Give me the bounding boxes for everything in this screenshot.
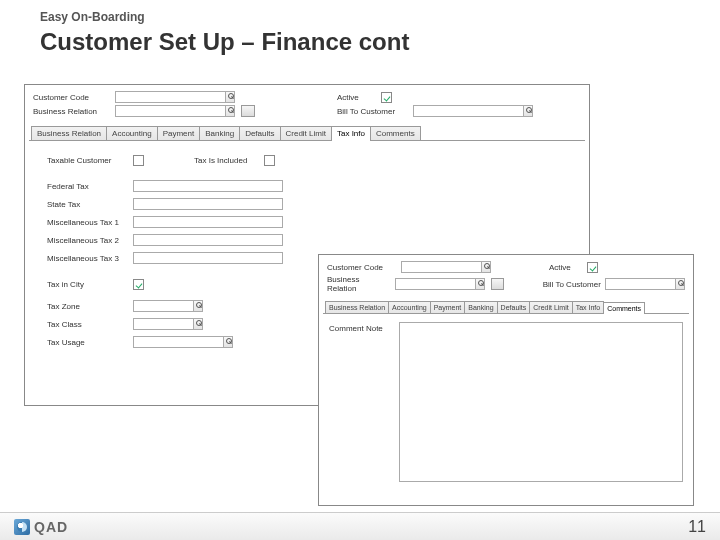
tab-accounting[interactable]: Accounting	[388, 301, 431, 313]
label-federal-tax: Federal Tax	[37, 182, 133, 191]
misc-tax-2-field[interactable]	[133, 234, 283, 246]
comment-note-textarea[interactable]	[399, 322, 683, 482]
qad-logo-icon	[14, 519, 30, 535]
customer-code-input[interactable]	[116, 92, 225, 102]
label-tax-is-included: Tax Is Included	[184, 156, 264, 165]
bill-to-customer-field[interactable]	[605, 278, 685, 290]
tab-business-relation[interactable]: Business Relation	[325, 301, 389, 313]
tax-class-input[interactable]	[134, 319, 193, 329]
label-tax-usage: Tax Usage	[37, 338, 133, 347]
bill-to-customer-input[interactable]	[606, 279, 675, 289]
business-relation-field[interactable]	[395, 278, 485, 290]
business-relation-goto-button[interactable]	[491, 278, 504, 290]
label-misc-tax-1: Miscellaneous Tax 1	[37, 218, 133, 227]
state-tax-field[interactable]	[133, 198, 283, 210]
tab-banking[interactable]: Banking	[199, 126, 240, 140]
tax-class-field[interactable]	[133, 318, 203, 330]
tab-business-relation[interactable]: Business Relation	[31, 126, 107, 140]
federal-tax-field[interactable]	[133, 180, 283, 192]
tab-credit-limit[interactable]: Credit Limit	[280, 126, 332, 140]
customer-window-comments: Customer Code Active Business Relation B…	[318, 254, 694, 506]
label-misc-tax-2: Miscellaneous Tax 2	[37, 236, 133, 245]
qad-logo: QAD	[14, 519, 68, 535]
tab-credit-limit[interactable]: Credit Limit	[529, 301, 572, 313]
misc-tax-3-input[interactable]	[134, 253, 282, 263]
tabbar-comments: Business Relation Accounting Payment Ban…	[323, 301, 689, 314]
label-customer-code: Customer Code	[327, 263, 397, 272]
tab-payment[interactable]: Payment	[157, 126, 201, 140]
tax-usage-input[interactable]	[134, 337, 223, 347]
label-comment-note: Comment Note	[329, 322, 399, 333]
business-relation-input[interactable]	[116, 106, 225, 116]
lookup-icon[interactable]	[223, 337, 232, 347]
label-customer-code: Customer Code	[33, 93, 111, 102]
state-tax-input[interactable]	[134, 199, 282, 209]
tax-in-city-checkbox[interactable]	[133, 279, 144, 290]
row-state-tax: State Tax	[37, 195, 577, 213]
tax-zone-field[interactable]	[133, 300, 203, 312]
active-checkbox[interactable]	[381, 92, 392, 103]
lookup-icon[interactable]	[675, 279, 684, 289]
taxable-customer-checkbox[interactable]	[133, 155, 144, 166]
lookup-icon[interactable]	[225, 106, 234, 116]
misc-tax-3-field[interactable]	[133, 252, 283, 264]
header-row-1: Customer Code Active	[25, 85, 589, 105]
lookup-icon[interactable]	[193, 301, 202, 311]
business-relation-input[interactable]	[396, 279, 475, 289]
federal-tax-input[interactable]	[134, 181, 282, 191]
tax-is-included-checkbox[interactable]	[264, 155, 275, 166]
customer-code-field[interactable]	[115, 91, 235, 103]
misc-tax-1-field[interactable]	[133, 216, 283, 228]
customer-code-input[interactable]	[402, 262, 481, 272]
label-tax-class: Tax Class	[37, 320, 133, 329]
row-federal-tax: Federal Tax	[37, 177, 577, 195]
tab-comments[interactable]: Comments	[603, 302, 645, 314]
misc-tax-1-input[interactable]	[134, 217, 282, 227]
tab-payment[interactable]: Payment	[430, 301, 466, 313]
tax-zone-input[interactable]	[134, 301, 193, 311]
label-state-tax: State Tax	[37, 200, 133, 209]
lookup-icon[interactable]	[225, 92, 234, 102]
label-business-relation: Business Relation	[33, 107, 111, 116]
label-business-relation: Business Relation	[327, 275, 391, 293]
slide-header: Easy On-Boarding	[0, 0, 720, 26]
row-misc-tax-2: Miscellaneous Tax 2	[37, 231, 577, 249]
tabbar-taxinfo: Business Relation Accounting Payment Ban…	[29, 125, 585, 141]
label-tax-zone: Tax Zone	[37, 302, 133, 311]
label-taxable-customer: Taxable Customer	[37, 156, 133, 165]
header-row-2: Business Relation Bill To Customer	[319, 275, 693, 295]
tax-usage-field[interactable]	[133, 336, 233, 348]
lookup-icon[interactable]	[523, 106, 532, 116]
misc-tax-2-input[interactable]	[134, 235, 282, 245]
tab-banking[interactable]: Banking	[464, 301, 497, 313]
slide-title: Customer Set Up – Finance cont	[0, 26, 720, 66]
slide-footer: QAD 11	[0, 512, 720, 540]
qad-logo-text: QAD	[34, 519, 68, 535]
tab-accounting[interactable]: Accounting	[106, 126, 158, 140]
business-relation-goto-button[interactable]	[241, 105, 255, 117]
label-active: Active	[549, 263, 583, 272]
page-number: 11	[688, 518, 706, 536]
label-bill-to-customer: Bill To Customer	[337, 107, 409, 116]
header-row-2: Business Relation Bill To Customer	[25, 105, 589, 119]
tab-defaults[interactable]: Defaults	[239, 126, 280, 140]
tab-comments[interactable]: Comments	[370, 126, 421, 140]
tab-tax-info[interactable]: Tax Info	[331, 126, 371, 141]
lookup-icon[interactable]	[193, 319, 202, 329]
row-misc-tax-1: Miscellaneous Tax 1	[37, 213, 577, 231]
tab-defaults[interactable]: Defaults	[497, 301, 531, 313]
row-taxable-customer: Taxable Customer Tax Is Included	[37, 151, 577, 169]
label-tax-in-city: Tax in City	[37, 280, 133, 289]
header-row-1: Customer Code Active	[319, 255, 693, 275]
lookup-icon[interactable]	[475, 279, 484, 289]
business-relation-field[interactable]	[115, 105, 235, 117]
label-misc-tax-3: Miscellaneous Tax 3	[37, 254, 133, 263]
tab-tax-info[interactable]: Tax Info	[572, 301, 605, 313]
active-checkbox[interactable]	[587, 262, 598, 273]
label-bill-to-customer: Bill To Customer	[543, 280, 601, 289]
bill-to-customer-input[interactable]	[414, 106, 523, 116]
customer-code-field[interactable]	[401, 261, 491, 273]
label-active: Active	[337, 93, 377, 102]
bill-to-customer-field[interactable]	[413, 105, 533, 117]
lookup-icon[interactable]	[481, 262, 490, 272]
